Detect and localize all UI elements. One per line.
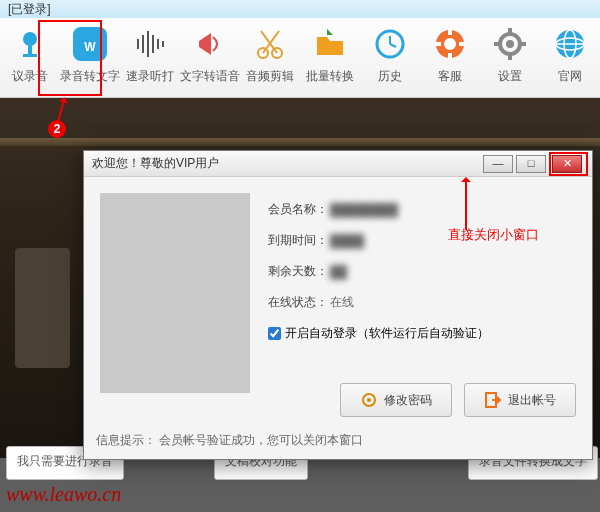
logout-button[interactable]: 退出帐号 bbox=[464, 383, 576, 417]
avatar-placeholder bbox=[100, 193, 250, 393]
svg-rect-21 bbox=[448, 53, 452, 59]
label-days: 剩余天数： bbox=[268, 263, 330, 280]
folder-icon bbox=[310, 24, 350, 64]
svg-rect-29 bbox=[520, 42, 526, 46]
dialog-titlebar: 欢迎您！尊敬的VIP用户 — □ ✕ bbox=[84, 151, 592, 177]
auto-login-input[interactable] bbox=[268, 327, 281, 340]
window-title-bar: [已登录] bbox=[0, 0, 600, 18]
svg-rect-20 bbox=[448, 29, 452, 35]
tool-audio-edit[interactable]: 音频剪辑 bbox=[240, 18, 300, 97]
close-highlight: ✕ bbox=[549, 152, 588, 176]
auto-login-label: 开启自动登录（软件运行后自动验证） bbox=[285, 325, 489, 342]
tool-batch[interactable]: 批量转换 bbox=[300, 18, 360, 97]
history-icon bbox=[370, 24, 410, 64]
tool-label: 批量转换 bbox=[300, 68, 360, 85]
tool-audio-to-text[interactable]: W 录音转文字 bbox=[60, 18, 120, 97]
tool-label: 议录音 bbox=[0, 68, 60, 85]
annotation-text-1: 直接关闭小窗口 bbox=[448, 226, 539, 244]
svg-rect-1 bbox=[28, 46, 32, 54]
tool-meeting-record[interactable]: 议录音 bbox=[0, 18, 60, 97]
tool-settings[interactable]: 设置 bbox=[480, 18, 540, 97]
svg-rect-22 bbox=[435, 42, 441, 46]
tool-label: 客服 bbox=[420, 68, 480, 85]
label-expire: 到期时间： bbox=[268, 232, 330, 249]
svg-rect-23 bbox=[459, 42, 465, 46]
svg-rect-26 bbox=[508, 28, 512, 34]
tool-label: 录音转文字 bbox=[60, 68, 120, 85]
tool-history[interactable]: 历史 bbox=[360, 18, 420, 97]
svg-line-17 bbox=[390, 44, 396, 47]
value-days: ██ bbox=[330, 265, 347, 279]
value-name: ████████ bbox=[330, 203, 398, 217]
svg-point-25 bbox=[506, 40, 514, 48]
tool-support[interactable]: 客服 bbox=[420, 18, 480, 97]
minimize-button[interactable]: — bbox=[483, 155, 513, 173]
maximize-button[interactable]: □ bbox=[516, 155, 546, 173]
tool-label: 音频剪辑 bbox=[240, 68, 300, 85]
tool-label: 文字转语音 bbox=[180, 68, 240, 85]
horn-icon bbox=[190, 24, 230, 64]
dialog-footer: 信息提示： 会员帐号验证成功，您可以关闭本窗口 bbox=[96, 432, 363, 449]
svg-rect-28 bbox=[494, 42, 500, 46]
svg-point-35 bbox=[367, 398, 371, 402]
footer-msg: 会员帐号验证成功，您可以关闭本窗口 bbox=[159, 433, 363, 447]
tool-label: 设置 bbox=[480, 68, 540, 85]
svg-text:W: W bbox=[84, 40, 96, 54]
wave-icon bbox=[130, 24, 170, 64]
member-info: 会员名称：████████ 到期时间：████ 剩余天数：██ 在线状态：在线 … bbox=[268, 193, 576, 401]
cut-icon bbox=[250, 24, 290, 64]
globe-icon bbox=[550, 24, 590, 64]
tool-label: 速录听打 bbox=[120, 68, 180, 85]
svg-rect-27 bbox=[508, 54, 512, 60]
dialog-title: 欢迎您！尊敬的VIP用户 bbox=[92, 155, 483, 172]
svg-point-19 bbox=[444, 38, 456, 50]
change-password-button[interactable]: 修改密码 bbox=[340, 383, 452, 417]
tool-tts[interactable]: 文字转语音 bbox=[180, 18, 240, 97]
support-icon bbox=[430, 24, 470, 64]
value-expire: ████ bbox=[330, 234, 364, 248]
label-name: 会员名称： bbox=[268, 201, 330, 218]
footer-label: 信息提示： bbox=[96, 433, 156, 447]
main-toolbar: 议录音 W 录音转文字 速录听打 文字转语音 音频剪辑 批量转换 历史 客服 设… bbox=[0, 18, 600, 98]
tool-label: 历史 bbox=[360, 68, 420, 85]
svg-line-14 bbox=[261, 31, 277, 53]
tool-fast-typing[interactable]: 速录听打 bbox=[120, 18, 180, 97]
logout-icon bbox=[484, 391, 502, 409]
w-icon: W bbox=[70, 24, 110, 64]
gear-icon bbox=[490, 24, 530, 64]
svg-line-13 bbox=[263, 31, 279, 53]
svg-point-0 bbox=[23, 32, 37, 46]
auto-login-checkbox[interactable]: 开启自动登录（软件运行后自动验证） bbox=[268, 325, 576, 342]
tool-website[interactable]: 官网 bbox=[540, 18, 600, 97]
svg-rect-2 bbox=[23, 54, 37, 57]
vip-dialog: 欢迎您！尊敬的VIP用户 — □ ✕ 会员名称：████████ 到期时间：██… bbox=[83, 150, 593, 460]
close-button[interactable]: ✕ bbox=[552, 155, 582, 173]
label-status: 在线状态： bbox=[268, 294, 330, 311]
gear-small-icon bbox=[360, 391, 378, 409]
tool-label: 官网 bbox=[540, 68, 600, 85]
window-title: [已登录] bbox=[8, 2, 51, 16]
mic-icon bbox=[10, 24, 50, 64]
value-status: 在线 bbox=[330, 294, 354, 311]
step-badge-2: 2 bbox=[48, 120, 66, 138]
watermark: www.leawo.cn bbox=[6, 483, 121, 506]
